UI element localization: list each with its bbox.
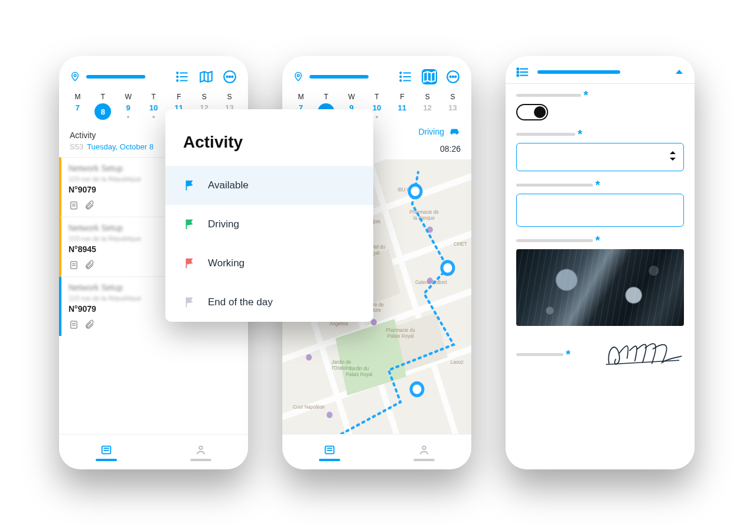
- nav-profile-button[interactable]: [154, 435, 248, 469]
- svg-point-6: [177, 80, 178, 81]
- activity-option-end[interactable]: End of the day: [165, 283, 373, 322]
- collapse-icon[interactable]: [674, 67, 684, 77]
- text-input[interactable]: [516, 194, 684, 227]
- svg-point-59: [327, 412, 333, 418]
- flag-icon: [183, 257, 196, 270]
- option-label: End of the day: [208, 296, 273, 308]
- map-icon[interactable]: [198, 69, 214, 84]
- engine-photo[interactable]: [516, 249, 684, 326]
- topbar: [282, 56, 471, 90]
- svg-point-70: [517, 68, 519, 70]
- svg-marker-7: [200, 71, 212, 81]
- cal-day[interactable]: T8: [93, 93, 113, 120]
- svg-point-32: [400, 76, 401, 77]
- cal-day[interactable]: S12: [418, 93, 438, 120]
- option-label: Working: [208, 257, 245, 269]
- svg-point-71: [517, 71, 519, 73]
- map-label: Galerie Colbert: [415, 279, 447, 285]
- svg-point-72: [517, 74, 519, 76]
- svg-point-58: [306, 354, 312, 361]
- bottom-nav: [282, 434, 471, 469]
- svg-point-61: [442, 262, 454, 275]
- form-body: * * * * *: [506, 84, 695, 469]
- field-label: *: [516, 237, 684, 243]
- more-icon[interactable]: [222, 69, 237, 84]
- attachment-icon: [84, 260, 94, 270]
- nav-profile-button[interactable]: [377, 435, 471, 469]
- svg-point-12: [229, 76, 230, 77]
- activity-option-available[interactable]: Available: [165, 166, 373, 205]
- location-pin-icon[interactable]: [70, 70, 80, 83]
- map-label: Jardin del'Oratoire: [332, 359, 351, 371]
- signature-image[interactable]: [601, 337, 684, 372]
- svg-point-66: [422, 446, 426, 449]
- more-icon[interactable]: [445, 69, 461, 84]
- form-field-toggle: *: [516, 92, 684, 120]
- select-input[interactable]: [516, 143, 684, 171]
- svg-point-13: [232, 76, 233, 77]
- map-label: Cour Napoléon: [293, 403, 325, 409]
- attachment-icon: [84, 319, 94, 330]
- svg-point-38: [450, 76, 451, 77]
- note-icon: [69, 319, 79, 330]
- svg-point-5: [177, 76, 178, 77]
- svg-point-39: [452, 76, 454, 77]
- nav-tasks-button[interactable]: [282, 435, 377, 469]
- svg-point-33: [400, 80, 401, 81]
- svg-point-11: [227, 76, 228, 77]
- map-label: Pharmacie dela Banque: [409, 209, 439, 221]
- bottom-nav: [59, 434, 248, 469]
- flag-icon: [183, 218, 196, 231]
- svg-point-4: [177, 72, 178, 73]
- svg-point-40: [455, 76, 456, 77]
- svg-point-27: [297, 74, 299, 77]
- field-label: *: [516, 92, 684, 98]
- flag-icon: [183, 296, 196, 309]
- list-icon[interactable]: [175, 69, 190, 84]
- location-pin-icon[interactable]: [293, 70, 304, 83]
- cal-day[interactable]: F11: [392, 93, 412, 120]
- map-icon[interactable]: [422, 69, 437, 84]
- phone-form: * * * * *: [506, 56, 695, 469]
- activity-option-working[interactable]: Working: [165, 244, 373, 283]
- form-header: [506, 56, 695, 83]
- svg-point-62: [411, 383, 423, 396]
- list-icon[interactable]: [516, 67, 529, 77]
- svg-point-31: [400, 72, 401, 73]
- map-label: CMET: [454, 241, 467, 247]
- cal-day[interactable]: S13: [442, 93, 462, 120]
- popup-title: Activity: [165, 109, 373, 166]
- select-arrows-icon: [669, 150, 676, 164]
- flag-icon: [183, 179, 196, 192]
- svg-point-60: [409, 185, 421, 198]
- svg-marker-34: [423, 71, 435, 81]
- title-placeholder: [309, 75, 369, 79]
- car-icon: [449, 126, 461, 137]
- field-label: *: [516, 351, 571, 357]
- svg-point-26: [199, 446, 203, 449]
- topbar: [59, 56, 248, 90]
- map-label: Pharmacie duPalais Royal: [386, 327, 415, 339]
- list-icon[interactable]: [398, 69, 413, 84]
- activity-option-driving[interactable]: Driving: [165, 205, 373, 244]
- form-field-signature: *: [516, 337, 684, 372]
- field-label: *: [516, 131, 684, 137]
- map-label: Laouz: [451, 359, 464, 365]
- svg-point-57: [371, 319, 377, 325]
- toggle-switch[interactable]: [516, 104, 548, 120]
- field-label: *: [516, 182, 684, 188]
- cal-day[interactable]: M7: [67, 93, 87, 120]
- activity-popup: Activity Available Driving Working End o…: [165, 109, 373, 322]
- title-placeholder: [537, 70, 620, 74]
- title-placeholder: [86, 75, 145, 79]
- nav-tasks-button[interactable]: [59, 435, 154, 469]
- current-time: 08:26: [440, 144, 461, 154]
- form-field-image: *: [516, 237, 684, 326]
- option-label: Available: [208, 179, 249, 191]
- svg-point-0: [74, 74, 76, 77]
- form-field-select: *: [516, 131, 684, 171]
- attachment-icon: [84, 200, 94, 211]
- note-icon: [69, 260, 79, 270]
- cal-day[interactable]: W9: [118, 93, 138, 120]
- cal-day[interactable]: T10: [144, 93, 164, 120]
